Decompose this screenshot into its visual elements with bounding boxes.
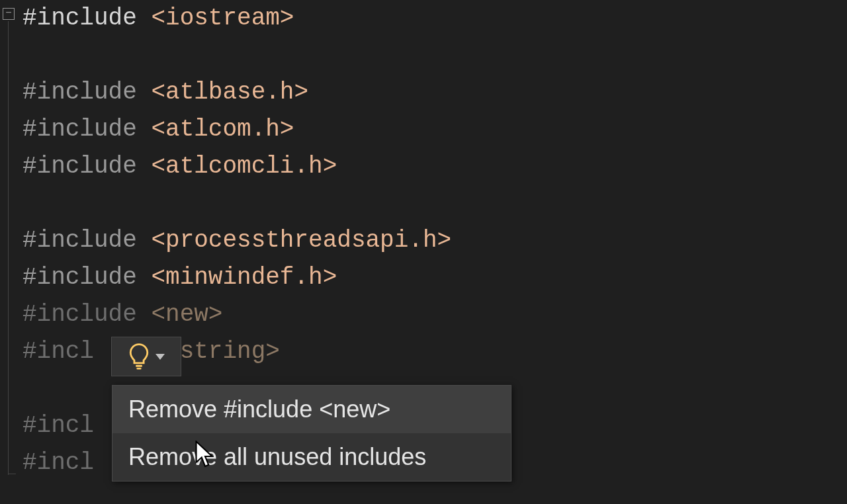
directive-keyword: #include (22, 222, 151, 259)
quick-actions-menu: Remove #include <new>Remove all unused i… (112, 385, 512, 482)
include-path: <processthreadsapi.h> (151, 222, 451, 259)
code-line[interactable] (22, 185, 451, 222)
code-line[interactable]: #include <processthreadsapi.h> (22, 222, 451, 259)
include-path: <string> (165, 333, 280, 370)
code-line[interactable]: #include <new> (22, 296, 451, 333)
directive-keyword: #incl (22, 444, 94, 482)
include-path: <atlcomcli.h> (151, 148, 337, 185)
code-line[interactable]: #include <atlbase.h> (22, 74, 451, 111)
fold-end (8, 474, 16, 474)
directive-keyword: #include (22, 259, 151, 296)
code-line[interactable]: #incl <string> (22, 333, 451, 370)
lightbulb-icon (128, 343, 150, 370)
code-line[interactable]: #include <atlcomcli.h> (22, 148, 451, 185)
fold-line (8, 21, 9, 475)
quick-actions-button[interactable] (111, 337, 181, 376)
directive-keyword: #incl (22, 407, 94, 444)
directive-keyword: #include (22, 296, 151, 333)
chevron-down-icon (156, 354, 165, 360)
directive-keyword: #include (22, 74, 151, 111)
directive-keyword: #include (22, 111, 151, 148)
svg-rect-1 (136, 368, 141, 370)
gutter: − (0, 0, 22, 482)
code-line[interactable]: #include <minwindef.h> (22, 259, 451, 296)
include-path: <iostream> (151, 0, 294, 37)
fold-collapse-icon[interactable]: − (3, 8, 15, 20)
code-line[interactable]: #include <atlcom.h> (22, 111, 451, 148)
directive-keyword: #include (22, 148, 151, 185)
quick-action-item[interactable]: Remove all unused includes (112, 433, 511, 481)
directive-keyword: #include (22, 0, 151, 37)
include-path: <atlbase.h> (151, 74, 308, 111)
quick-action-item[interactable]: Remove #include <new> (112, 386, 511, 433)
code-line[interactable]: #include <iostream> (22, 0, 451, 37)
code-line[interactable] (22, 37, 451, 74)
include-path: <new> (151, 296, 222, 333)
include-path: <minwindef.h> (151, 259, 337, 296)
include-path: <atlcom.h> (151, 111, 294, 148)
svg-rect-0 (136, 365, 142, 367)
